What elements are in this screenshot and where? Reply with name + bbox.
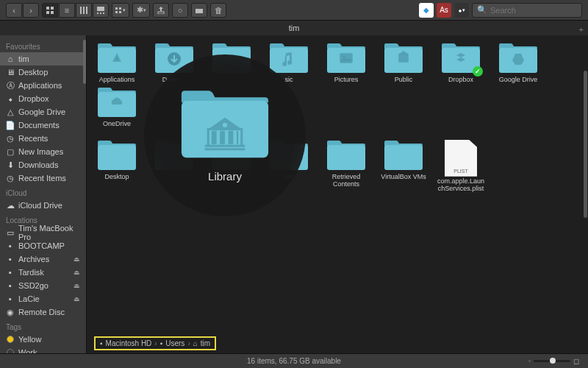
forward-button[interactable]: ›: [23, 3, 39, 18]
menubar-app-dropbox[interactable]: ⬥▾: [454, 3, 469, 18]
sidebar-label: Desktop: [18, 68, 48, 77]
sidebar-item-google-drive[interactable]: △Google Drive: [0, 105, 86, 118]
eject-icon[interactable]: ⏏: [74, 295, 80, 302]
sidebar-header: Favourites: [0, 38, 86, 52]
item-sic[interactable]: sic: [263, 43, 315, 84]
item-downl-[interactable]: Downl...: [148, 43, 200, 84]
sidebar-item-downloads[interactable]: ⬇Downloads: [0, 158, 86, 171]
sidebar-item-desktop[interactable]: 🖥Desktop: [0, 66, 86, 79]
search-field[interactable]: 🔍: [472, 3, 582, 18]
path-seg-1[interactable]: Users: [165, 339, 184, 347]
action-menu[interactable]: ✱ ▾: [132, 3, 150, 18]
sidebar-item-dropbox[interactable]: ⬥Dropbox: [0, 92, 86, 105]
item-d[interactable]: D: [148, 140, 200, 193]
nav-buttons: ‹ ›: [6, 3, 39, 18]
sidebar-label: Tardisk: [18, 268, 44, 277]
sidebar: Favourites⌂tim🖥DesktopⒶApplications⬥Drop…: [0, 35, 87, 353]
item-dropbox[interactable]: ✓Dropbox: [435, 43, 487, 84]
item-com-apple-launchservices-plist[interactable]: PLISTcom.apple.LaunchServices.plist: [435, 140, 487, 193]
sidebar-item-tim[interactable]: ⌂tim: [0, 52, 86, 66]
svg-rect-4: [51, 11, 54, 14]
back-button[interactable]: ‹: [6, 3, 22, 18]
svg-rect-22: [399, 54, 408, 62]
sidebar-item-documents[interactable]: 📄Documents: [0, 118, 86, 132]
path-seg-2[interactable]: tim: [201, 339, 210, 347]
item-retrieved-contents[interactable]: Retrieved Contents: [320, 140, 372, 193]
sidebar-item-tardisk[interactable]: ▪Tardisk⏏: [0, 266, 86, 279]
tags-button[interactable]: ○: [172, 3, 188, 18]
item-label: es: [285, 174, 293, 181]
sidebar-icon: 🖥: [6, 68, 15, 77]
icon-size-slider[interactable]: ▫ ◻: [528, 357, 579, 365]
sidebar-item-work[interactable]: Work: [0, 346, 86, 353]
item-virtualbox-vms[interactable]: VirtualBox VMs: [378, 140, 429, 193]
sidebar-header: iCloud: [0, 185, 86, 199]
item-applications[interactable]: Applications: [91, 43, 143, 84]
sidebar-item-new-images[interactable]: ▢New Images: [0, 145, 86, 158]
folder-icon: [268, 140, 309, 172]
status-bar: 16 items, 66.75 GB available ▫ ◻: [0, 353, 588, 368]
menubar-app-2[interactable]: As: [437, 3, 451, 18]
sidebar-item-icloud-drive[interactable]: ☁iCloud Drive: [0, 199, 86, 212]
sidebar-item-applications[interactable]: ⒶApplications: [0, 79, 86, 92]
item-label: com.apple.LaunchServices.plist: [436, 178, 486, 193]
sidebar-icon: ◷: [6, 134, 15, 143]
item-es[interactable]: es: [263, 140, 315, 193]
new-folder-button[interactable]: [191, 3, 207, 18]
svg-rect-17: [196, 9, 203, 13]
folder-icon: [268, 43, 309, 75]
svg-rect-13: [119, 7, 121, 10]
folder-icon: [326, 43, 367, 75]
folder-icon: [498, 43, 539, 75]
search-icon: 🔍: [477, 5, 487, 15]
sidebar-icon: ◉: [6, 308, 15, 316]
view-mode-group: ≡: [42, 3, 109, 18]
sidebar-icon: ▪: [6, 241, 15, 250]
folder-icon: [96, 140, 137, 172]
item-label: D: [172, 174, 177, 181]
group-menu[interactable]: ▾: [112, 3, 129, 18]
content-area: ApplicationsDownl...sicPicturesPublic✓Dr…: [87, 35, 588, 353]
sidebar-label: SSD2go: [18, 281, 49, 290]
svg-point-18: [115, 57, 118, 60]
share-button[interactable]: [153, 3, 169, 18]
folder-icon: [211, 140, 252, 172]
menubar-app-1[interactable]: ◆: [419, 3, 434, 18]
item-public[interactable]: Public: [378, 43, 429, 84]
list-view-button[interactable]: ≡: [59, 3, 75, 18]
delete-button[interactable]: 🗑: [210, 3, 226, 18]
sidebar-icon: ▪: [6, 268, 15, 277]
item-desktop[interactable]: Desktop: [91, 140, 143, 193]
sidebar-item-lacie[interactable]: ▪LaCie⏏: [0, 292, 86, 305]
content-scrollbar[interactable]: [584, 71, 587, 218]
new-tab-button[interactable]: +: [579, 22, 584, 37]
folder-icon: [211, 43, 252, 75]
sidebar-item-tim-s-macbook-pro[interactable]: ▭Tim's MacBook Pro: [0, 226, 86, 239]
tag-icon: [6, 335, 15, 344]
sidebar-icon: ⬇: [6, 160, 15, 169]
item-pictures[interactable]: Pictures: [320, 43, 372, 84]
eject-icon[interactable]: ⏏: [74, 269, 80, 276]
sidebar-item-archives[interactable]: ▪Archives⏏: [0, 252, 86, 266]
item-google-drive[interactable]: Google Drive: [492, 43, 544, 84]
gallery-view-button[interactable]: [93, 3, 109, 18]
eject-icon[interactable]: ⏏: [74, 282, 80, 289]
sidebar-label: Work: [18, 348, 37, 353]
sidebar-icon: Ⓐ: [6, 81, 15, 90]
column-view-button[interactable]: [76, 3, 92, 18]
sidebar-item-yellow[interactable]: Yellow: [0, 333, 86, 346]
icon-view-button[interactable]: [42, 3, 58, 18]
sidebar-item-recents[interactable]: ◷Recents: [0, 132, 86, 145]
sidebar-item-recent-items[interactable]: ◷Recent Items: [0, 171, 86, 185]
sidebar-label: tim: [18, 54, 29, 63]
path-bar[interactable]: ▪ Macintosh HD › ▪ Users › ⌂ tim: [94, 336, 216, 350]
eject-icon[interactable]: ⏏: [74, 255, 80, 263]
item-unnamed[interactable]: [206, 140, 257, 193]
sidebar-scrollbar[interactable]: [83, 40, 86, 84]
path-seg-0[interactable]: Macintosh HD: [106, 339, 152, 347]
search-input[interactable]: [490, 6, 577, 15]
sidebar-item-remote-disc[interactable]: ◉Remote Disc: [0, 305, 86, 319]
sidebar-item-ssd2go[interactable]: ▪SSD2go⏏: [0, 279, 86, 292]
item-onedrive[interactable]: OneDrive: [91, 87, 143, 128]
item-unnamed[interactable]: [206, 43, 257, 84]
